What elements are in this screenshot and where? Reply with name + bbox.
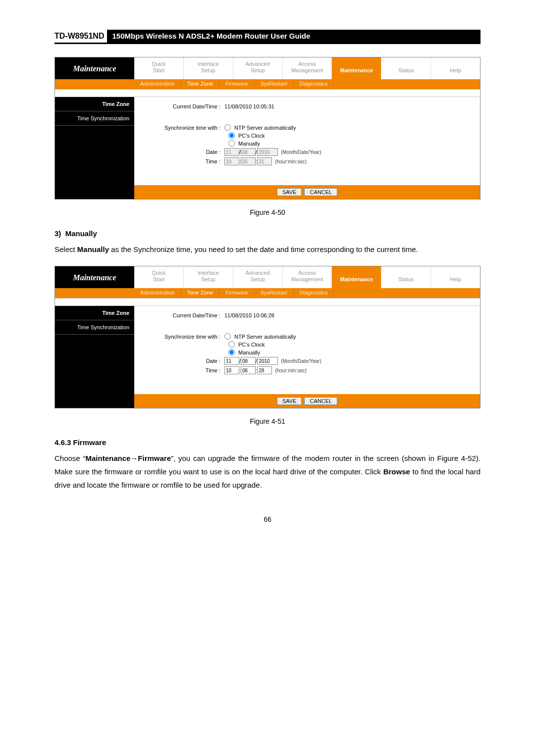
heading-463-firmware: 4.6.3 Firmware (54, 438, 481, 447)
doc-title: 150Mbps Wireless N ADSL2+ Modem Router U… (107, 30, 481, 43)
top-tabs: QuickStart InterfaceSetup AdvancedSetup … (134, 57, 480, 79)
button-bar-2: SAVE CANCEL (134, 394, 480, 408)
sync-label-2: Synchronize time with : (140, 334, 224, 340)
sidebar-filler-2 (55, 335, 134, 394)
radio-ntp-2[interactable] (224, 333, 231, 340)
tab-access-management-2[interactable]: AccessManagement (282, 266, 332, 288)
current-dt-value: 11/08/2010 10:05:31 (224, 103, 274, 109)
tab-quick-start-2[interactable]: QuickStart (134, 266, 183, 288)
ui-brand-cell-2: Maintenance (55, 266, 134, 288)
tab-advanced-setup[interactable]: AdvancedSetup (233, 57, 282, 79)
sub-tabs-2: Administration Time Zone Firmware SysRes… (134, 288, 480, 298)
sidebar-filler (55, 126, 134, 185)
sidebar-heading: Time Zone (55, 97, 134, 111)
date-hint: (Month/Date/Year) (281, 150, 321, 155)
current-dt-value-2: 11/08/2010 10:06:28 (224, 312, 274, 318)
tab-advanced-setup-2[interactable]: AdvancedSetup (233, 266, 282, 288)
current-dt-label: Current Date/Time : (140, 103, 224, 109)
sub-tabs: Administration Time Zone Firmware SysRes… (134, 79, 480, 89)
radio-manually-2[interactable] (228, 349, 235, 355)
top-tabs-2: QuickStart InterfaceSetup AdvancedSetup … (134, 266, 480, 288)
radio-pc-label: PC's Clock (238, 133, 265, 139)
tab-maintenance-2[interactable]: Maintenance (331, 266, 381, 288)
radio-ntp[interactable] (224, 124, 231, 131)
subtab-administration[interactable]: Administration (134, 79, 181, 89)
tab-quick-start[interactable]: QuickStart (134, 57, 183, 79)
ui-brand-cell: Maintenance (55, 57, 134, 79)
router-ui-screenshot-2: Maintenance QuickStart InterfaceSetup Ad… (54, 266, 481, 408)
content-area-1: Current Date/Time : 11/08/2010 10:05:31 … (134, 97, 480, 175)
subtab-diagnostics-2[interactable]: Diagnostics (294, 288, 334, 298)
button-bar: SAVE CANCEL (134, 185, 480, 199)
cancel-button[interactable]: CANCEL (304, 188, 337, 196)
subtab-time-zone-2[interactable]: Time Zone (181, 288, 219, 298)
date-label-2: Date : (140, 358, 224, 364)
radio-manually[interactable] (228, 140, 235, 147)
date-year-input-2[interactable] (257, 357, 278, 365)
save-button-2[interactable]: SAVE (277, 397, 302, 405)
time-hour-input-2[interactable] (224, 366, 239, 374)
tab-interface-setup[interactable]: InterfaceSetup (183, 57, 233, 79)
tab-status[interactable]: Status (381, 57, 430, 79)
tab-help-2[interactable]: Help (430, 266, 480, 288)
time-hint: (hour:min:sec) (275, 159, 307, 164)
subtab-sysrestart[interactable]: SysRestart (255, 79, 294, 89)
time-min-input-2[interactable] (241, 366, 256, 374)
time-sec-input[interactable] (257, 157, 272, 165)
subtab-time-zone[interactable]: Time Zone (181, 79, 219, 89)
sync-label: Synchronize time with : (140, 125, 224, 131)
document-page: TD-W8951ND 150Mbps Wireless N ADSL2+ Mod… (0, 0, 535, 543)
section-3-heading: 3) Manually (54, 229, 481, 238)
time-sec-input-2[interactable] (257, 366, 272, 374)
spacer-bar-2 (55, 298, 480, 306)
subtab-sysrestart-2[interactable]: SysRestart (255, 288, 294, 298)
page-number: 66 (54, 515, 481, 523)
sidebar-bottom-filler (55, 185, 134, 199)
time-label: Time : (140, 158, 224, 164)
subtab-left-spacer (55, 79, 134, 89)
subtab-diagnostics[interactable]: Diagnostics (294, 79, 334, 89)
sidebar-heading-2: Time Zone (55, 306, 134, 320)
subtab-firmware[interactable]: Firmware (219, 79, 255, 89)
spacer-bar (55, 89, 480, 97)
tab-interface-setup-2[interactable]: InterfaceSetup (183, 266, 233, 288)
radio-pc-2[interactable] (228, 341, 235, 348)
subtab-administration-2[interactable]: Administration (134, 288, 181, 298)
sidebar-sub: Time Synchronization (55, 111, 134, 126)
sidebar-sub-2: Time Synchronization (55, 320, 134, 335)
sidebar-bottom-filler-2 (55, 394, 134, 408)
radio-manually-label: Manually (238, 141, 260, 147)
time-label-2: Time : (140, 367, 224, 373)
date-day-input-2[interactable] (241, 357, 256, 365)
date-year-input[interactable] (257, 148, 278, 156)
tab-status-2[interactable]: Status (381, 266, 430, 288)
figure-4-51-caption: Figure 4-51 (54, 417, 481, 425)
time-hour-input[interactable] (224, 157, 239, 165)
model-number: TD-W8951ND (54, 30, 107, 43)
tab-help[interactable]: Help (430, 57, 480, 79)
save-button[interactable]: SAVE (277, 188, 302, 196)
date-day-input[interactable] (241, 148, 256, 156)
date-hint-2: (Month/Date/Year) (281, 358, 321, 364)
document-header: TD-W8951ND 150Mbps Wireless N ADSL2+ Mod… (54, 30, 481, 44)
tab-access-management[interactable]: AccessManagement (282, 57, 332, 79)
subtab-firmware-2[interactable]: Firmware (219, 288, 255, 298)
tab-maintenance[interactable]: Maintenance (331, 57, 381, 79)
router-ui-screenshot-1: Maintenance QuickStart InterfaceSetup Ad… (54, 57, 481, 200)
content-area-2: Current Date/Time : 11/08/2010 10:06:28 … (134, 306, 480, 384)
radio-pc[interactable] (228, 132, 235, 139)
cancel-button-2[interactable]: CANCEL (304, 397, 337, 405)
time-hint-2: (hour:min:sec) (275, 368, 307, 373)
radio-ntp-label: NTP Server automatically (234, 125, 296, 131)
date-label: Date : (140, 149, 224, 155)
date-month-input-2[interactable] (224, 357, 239, 365)
figure-4-50-caption: Figure 4-50 (54, 208, 481, 216)
paragraph-firmware: Choose “Maintenance→Firmware”, you can u… (54, 452, 481, 492)
date-month-input[interactable] (224, 148, 239, 156)
current-dt-label-2: Current Date/Time : (140, 312, 224, 318)
paragraph-manually: Select Manually as the Synchronize time,… (54, 243, 481, 256)
subtab-left-spacer-2 (55, 288, 134, 298)
time-min-input[interactable] (241, 157, 256, 165)
